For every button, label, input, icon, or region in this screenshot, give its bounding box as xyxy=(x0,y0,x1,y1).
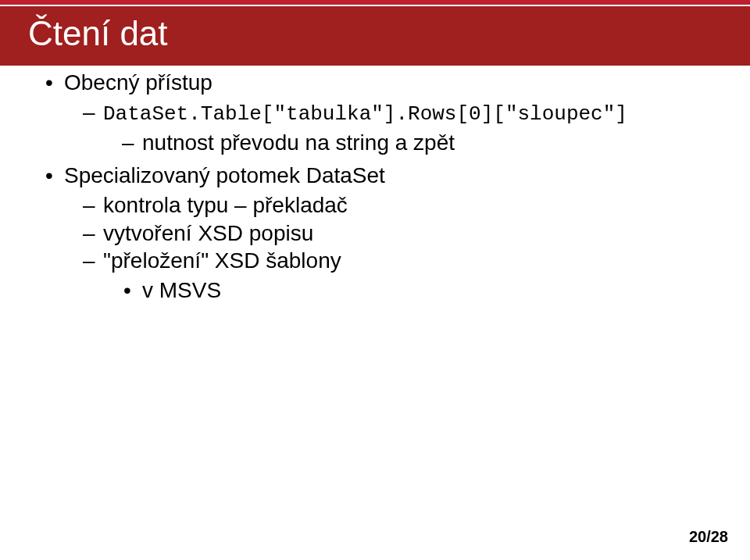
list-item: Obecný přístup DataSet.Table["tabulka"].… xyxy=(41,69,712,157)
title-bar: Čtení dat xyxy=(0,6,750,66)
bullet-list: Obecný přístup DataSet.Table["tabulka"].… xyxy=(41,69,712,305)
bullet-text: Specializovaný potomek DataSet xyxy=(64,163,385,187)
bullet-text: vytvoření XSD popisu xyxy=(103,221,313,245)
page-number: 20/28 xyxy=(689,528,728,546)
list-item: vytvoření XSD popisu xyxy=(81,219,712,248)
bullet-text: nutnost převodu na string a zpět xyxy=(142,130,455,155)
code-text: DataSet.Table["tabulka"].Rows[0]["sloupe… xyxy=(103,102,627,126)
list-item: "přeložení" XSD šablony v MSVS xyxy=(81,247,712,305)
bullet-text: "přeložení" XSD šablony xyxy=(103,248,341,273)
list-item: v MSVS xyxy=(122,276,712,305)
list-item: nutnost převodu na string a zpět xyxy=(120,129,712,157)
bullet-list: DataSet.Table["tabulka"].Rows[0]["sloupe… xyxy=(64,98,712,157)
bullet-text: v MSVS xyxy=(142,278,221,302)
content-area: Obecný přístup DataSet.Table["tabulka"].… xyxy=(0,66,750,305)
bullet-text: kontrola typu – překladač xyxy=(103,193,348,217)
slide: Čtení dat Obecný přístup DataSet.Table["… xyxy=(0,0,750,560)
list-item: kontrola typu – překladač xyxy=(81,191,712,219)
bullet-list: kontrola typu – překladač vytvoření XSD … xyxy=(64,191,712,305)
list-item: DataSet.Table["tabulka"].Rows[0]["sloupe… xyxy=(81,98,712,157)
list-item: Specializovaný potomek DataSet kontrola … xyxy=(41,162,712,305)
bullet-text: Obecný přístup xyxy=(64,70,212,95)
bullet-list: v MSVS xyxy=(103,276,712,305)
bullet-list: nutnost převodu na string a zpět xyxy=(103,129,712,157)
slide-title: Čtení dat xyxy=(0,14,750,59)
